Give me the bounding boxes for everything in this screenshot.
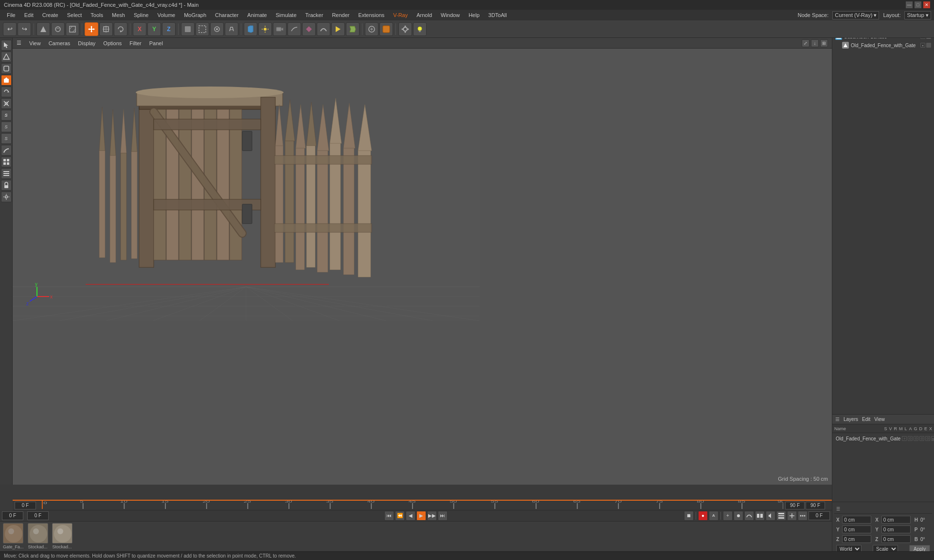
modifier-btn[interactable]	[302, 22, 316, 36]
viewport-menu-filter[interactable]: Filter	[129, 40, 141, 46]
layers-header-view-btn[interactable]: View	[874, 417, 885, 422]
material-item-stockade1[interactable]: Stockad...	[28, 523, 48, 549]
layer-icon-view[interactable]: □	[908, 436, 913, 441]
sidebar-grid-tool[interactable]	[1, 157, 12, 167]
layer-icon-manager[interactable]: □	[919, 436, 924, 441]
live-select-btn[interactable]	[210, 22, 224, 36]
frame-counter-display[interactable]	[808, 511, 830, 520]
x-axis-btn[interactable]: X	[133, 22, 146, 36]
node-space-value[interactable]: Current (V-Ray) ▾	[832, 11, 879, 19]
menu-tools[interactable]: Tools	[87, 11, 107, 19]
menu-volume[interactable]: Volume	[153, 11, 179, 19]
viewport-maximize-btn[interactable]: ⤢	[802, 39, 809, 47]
sidebar-rotate-tool[interactable]	[1, 87, 12, 97]
current-frame-input[interactable]	[15, 502, 36, 509]
snap-btn[interactable]	[398, 22, 412, 36]
sidebar-move-tool[interactable]	[1, 75, 12, 86]
select-btn[interactable]	[196, 22, 209, 36]
layer-icon-solo[interactable]: ○	[902, 436, 907, 441]
viewport-grid-btn[interactable]: ⊞	[820, 39, 828, 47]
timeline-settings-btn[interactable]	[776, 511, 786, 521]
viewport-menu-display[interactable]: Display	[78, 40, 95, 46]
sidebar-mesh-tool[interactable]	[1, 52, 12, 62]
mode-model[interactable]	[36, 22, 50, 36]
viewport-snap-btn[interactable]: ↓	[811, 39, 819, 47]
object-item-fence[interactable]: Old_Faded_Fence_with_Gate •	[834, 41, 932, 50]
menu-help[interactable]: Help	[465, 11, 484, 19]
start-frame-input[interactable]	[2, 511, 23, 520]
menu-extensions[interactable]: Extensions	[354, 11, 388, 19]
cube-btn[interactable]	[244, 22, 257, 36]
sidebar-sculpt-tool[interactable]: S	[1, 122, 12, 132]
prop-input-z[interactable]	[842, 535, 871, 543]
menu-character[interactable]: Character	[211, 11, 242, 19]
keyframe-options-btn[interactable]	[734, 511, 743, 521]
autokey-btn[interactable]: A	[709, 511, 718, 521]
prop-input-x2[interactable]	[881, 516, 911, 524]
light-btn[interactable]	[258, 22, 272, 36]
menu-simulate[interactable]: Simulate	[272, 11, 301, 19]
obj-check-fence-dot1[interactable]: •	[920, 43, 925, 48]
prop-input-x[interactable]	[842, 516, 871, 524]
viewport-menu-options[interactable]: Options	[103, 40, 122, 46]
layer-item-fence[interactable]: Old_Faded_Fence_with_Gate ○ □ □ □ □ ▷ □ …	[833, 434, 933, 443]
mode-sculpt[interactable]	[51, 22, 65, 36]
menu-window[interactable]: Window	[437, 11, 464, 19]
viewport-3d[interactable]: ☰ View Cameras Display Options Filter Pa…	[13, 38, 832, 485]
z-axis-btn[interactable]: Z	[162, 22, 176, 36]
layout-value[interactable]: Startup ▾	[904, 11, 931, 19]
sidebar-layer-tool[interactable]	[1, 168, 12, 179]
bulb-btn[interactable]	[413, 22, 427, 36]
fx-btn[interactable]	[365, 22, 378, 36]
current-frame-display[interactable]	[27, 511, 49, 520]
timeline-max-frame-input[interactable]	[785, 502, 805, 509]
minimize-button[interactable]: —	[906, 1, 913, 8]
audio-btn[interactable]	[766, 511, 775, 521]
prop-input-y[interactable]	[842, 525, 871, 533]
prop-input-y2[interactable]	[881, 525, 911, 533]
sidebar-scale-tool[interactable]	[1, 98, 12, 109]
prev-frame-btn[interactable]: ◀	[406, 511, 415, 521]
menu-mesh[interactable]: Mesh	[108, 11, 129, 19]
fps-settings-btn[interactable]	[787, 511, 797, 521]
go-to-start-btn[interactable]: ⏮	[384, 511, 394, 521]
redo-button[interactable]: ↪	[18, 22, 31, 36]
menu-edit[interactable]: Edit	[20, 11, 37, 19]
menu-spline[interactable]: Spline	[130, 11, 153, 19]
move-tool-btn[interactable]	[85, 22, 98, 36]
layer-icon-render[interactable]: □	[914, 436, 918, 441]
stop-btn[interactable]: ⏹	[684, 511, 694, 521]
viewport-menu-panel[interactable]: Panel	[149, 40, 163, 46]
menu-render[interactable]: Render	[328, 11, 353, 19]
menu-mograph[interactable]: MoGraph	[180, 11, 210, 19]
obj-check-fence-dot2[interactable]	[926, 43, 931, 48]
add-keyframe-btn[interactable]: +	[723, 511, 733, 521]
scale-tool-btn[interactable]	[99, 22, 113, 36]
menu-file[interactable]: File	[3, 11, 19, 19]
sidebar-spline-tool[interactable]: S	[1, 110, 12, 121]
properties-hamburger[interactable]: ☰	[836, 507, 840, 511]
undo-button[interactable]: ↩	[3, 22, 17, 36]
menu-animate[interactable]: Animate	[243, 11, 270, 19]
play-mode-btn[interactable]	[755, 511, 765, 521]
extra-btn[interactable]	[798, 511, 808, 521]
menu-tracker[interactable]: Tracker	[302, 11, 327, 19]
close-button[interactable]: ✕	[923, 1, 930, 8]
layers-header-edit-btn[interactable]: Edit	[862, 417, 870, 422]
material-btn[interactable]	[379, 22, 393, 36]
menu-3dtoall[interactable]: 3DToAll	[485, 11, 511, 19]
layers-hamburger[interactable]: ☰	[835, 417, 840, 422]
viewport-menu-view[interactable]: View	[29, 40, 41, 46]
deformer-btn[interactable]	[317, 22, 330, 36]
next-frame-btn[interactable]: ▶▶	[427, 511, 437, 521]
material-item-stockade2[interactable]: Stockad...	[52, 523, 72, 549]
object-mode-btn[interactable]	[181, 22, 195, 36]
sidebar-lock-tool[interactable]	[1, 180, 12, 191]
tag-btn[interactable]	[346, 22, 359, 36]
record-btn[interactable]: ●	[698, 511, 708, 521]
sidebar-paint-tool[interactable]	[1, 145, 12, 156]
menu-create[interactable]: Create	[38, 11, 62, 19]
sidebar-settings-tool[interactable]	[1, 192, 12, 202]
paint-btn[interactable]	[225, 22, 238, 36]
go-to-end-btn[interactable]: ⏭	[438, 511, 448, 521]
